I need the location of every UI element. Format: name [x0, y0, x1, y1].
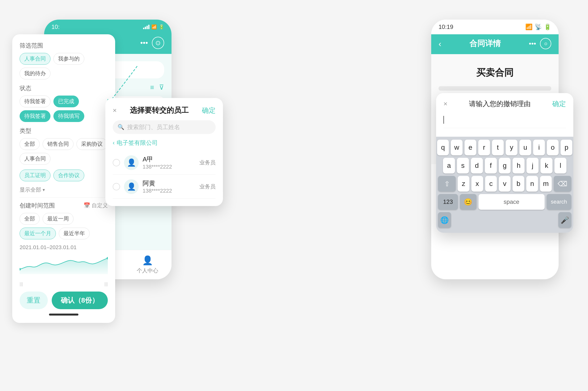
key-r[interactable]: r: [478, 140, 490, 155]
key-e[interactable]: e: [465, 140, 476, 155]
key-n[interactable]: n: [526, 176, 538, 192]
key-g[interactable]: g: [499, 158, 511, 174]
tag-my-pending[interactable]: 我的待办: [20, 68, 50, 79]
shift-key[interactable]: ⇧: [438, 176, 456, 192]
tag-personnel-contract[interactable]: 人事合同: [20, 53, 50, 65]
close-icon[interactable]: ×: [113, 106, 117, 114]
num-key[interactable]: 123: [438, 194, 458, 210]
key-m[interactable]: m: [540, 176, 552, 192]
employee-radio-2[interactable]: [113, 183, 120, 190]
keyboard-close-icon[interactable]: ×: [443, 100, 447, 108]
search-placeholder: 搜索部门、员工姓名: [127, 123, 180, 131]
key-i[interactable]: i: [533, 140, 545, 155]
keyboard-modal: × 请输入您的撤销理由 确定 q w e r t y u i o p a s d…: [436, 93, 573, 233]
status-label: 状态: [20, 84, 108, 92]
modal-transfer-search[interactable]: 🔍 搜索部门、员工姓名: [113, 120, 216, 134]
target-icon-2[interactable]: ⊙: [540, 38, 551, 49]
key-x[interactable]: x: [471, 176, 483, 192]
keyboard-confirm[interactable]: 确定: [552, 99, 566, 108]
tag-last-week[interactable]: 最近一周: [43, 213, 74, 225]
tag-last-month[interactable]: 最近一个月: [20, 228, 56, 239]
back-button[interactable]: ‹: [439, 39, 441, 49]
tag-participated[interactable]: 我参与的: [53, 53, 84, 65]
key-o[interactable]: o: [547, 140, 559, 155]
key-f[interactable]: f: [485, 158, 497, 174]
globe-key[interactable]: 🌐: [438, 212, 451, 228]
key-a[interactable]: a: [443, 158, 455, 174]
key-z[interactable]: z: [458, 176, 469, 192]
tag-all[interactable]: 全部: [20, 138, 40, 150]
keyboard-row-1: q w e r t y u i o p: [438, 140, 571, 155]
tag-date-all[interactable]: 全部: [20, 213, 40, 225]
tag-purchase[interactable]: 采购协议: [77, 138, 107, 150]
battery-icon-2: 🔋: [544, 23, 551, 30]
key-y[interactable]: y: [506, 140, 517, 155]
modal-transfer-header: × 选择要转交的员工 确定: [113, 105, 216, 115]
keyboard-bottom-row: 123 😊 space search: [438, 194, 571, 210]
emoji-key[interactable]: 😊: [460, 194, 477, 210]
key-c[interactable]: c: [485, 176, 497, 192]
backspace-key[interactable]: ⌫: [554, 176, 571, 192]
key-q[interactable]: q: [437, 140, 449, 155]
phone2-header: ‹ 合同详情 ••• ⊙: [431, 34, 559, 54]
phone1-header-actions: ••• ⊙: [140, 37, 164, 49]
employee-role-2: 业务员: [199, 183, 216, 190]
calendar-icon: 📅: [84, 202, 90, 209]
employee-avatar-2: 👤: [124, 179, 139, 194]
key-u[interactable]: u: [519, 140, 531, 155]
confirm-button[interactable]: 确认（8份）: [52, 292, 108, 309]
phone2-time: 10:19: [439, 23, 453, 30]
nav-item-profile[interactable]: 👤 个人中心: [137, 255, 158, 274]
tag-hr[interactable]: 人事合同: [20, 153, 50, 165]
type-tags: 全部 销售合同 采购协议 人事合同: [20, 138, 108, 165]
date-range-header: 创建时间范围 📅 自定义: [20, 202, 108, 209]
company-link[interactable]: ‹ 电子签有限公司: [113, 139, 216, 147]
more-icon[interactable]: •••: [140, 39, 148, 47]
employee-name-2: 阿黄: [143, 179, 196, 188]
more-icon-2[interactable]: •••: [529, 40, 536, 48]
mic-key[interactable]: 🎤: [558, 212, 571, 228]
show-all-label: 显示全部: [20, 186, 41, 194]
target-icon[interactable]: ⊙: [152, 37, 164, 49]
key-p[interactable]: p: [561, 140, 572, 155]
employee-item-2[interactable]: 👤 阿黄 138****2222 业务员: [113, 175, 216, 199]
space-key[interactable]: space: [479, 194, 545, 210]
phone2-status-bar: 10:19 📶 📡 🔋: [431, 20, 559, 34]
keyboard-title: 请输入您的撤销理由: [469, 99, 531, 108]
key-h[interactable]: h: [512, 158, 525, 174]
employee-item-1[interactable]: 👤 A甲 138****2222 业务员: [113, 151, 216, 175]
wifi-icon-2: 📡: [535, 23, 542, 30]
tag-employee-cert[interactable]: 员工证明: [20, 170, 50, 181]
spacer: [453, 212, 556, 228]
keyboard-row-3: ⇧ z x c v b n m ⌫: [438, 176, 571, 192]
tag-last-half-year[interactable]: 最近半年: [59, 228, 90, 239]
sort-icon[interactable]: ≡: [150, 84, 154, 91]
employee-role-1: 业务员: [199, 159, 216, 166]
profile-icon: 👤: [142, 255, 153, 266]
key-j[interactable]: j: [526, 158, 539, 174]
key-v[interactable]: v: [499, 176, 511, 192]
search-key[interactable]: search: [547, 194, 571, 210]
show-all-link[interactable]: 显示全部 ▾: [20, 186, 108, 194]
tag-waiting-fill[interactable]: 待我填写: [53, 110, 84, 122]
key-k[interactable]: k: [540, 158, 553, 174]
key-t[interactable]: t: [492, 140, 504, 155]
key-d[interactable]: d: [471, 158, 483, 174]
tag-completed[interactable]: 已完成: [53, 96, 79, 107]
filter-icon[interactable]: ⊽: [159, 83, 164, 91]
keyboard-input-area[interactable]: [443, 113, 566, 128]
key-b[interactable]: b: [512, 176, 524, 192]
phone2-title: 合同详情: [469, 38, 501, 49]
key-l[interactable]: l: [554, 158, 567, 174]
key-w[interactable]: w: [451, 140, 463, 155]
tag-pending-sign[interactable]: 待我签署: [20, 96, 50, 107]
custom-link[interactable]: 📅 自定义: [84, 202, 108, 209]
employee-radio-1[interactable]: [113, 159, 120, 166]
employee-info-1: A甲 138****2222: [143, 155, 196, 170]
modal-transfer-confirm[interactable]: 确定: [202, 106, 216, 115]
tag-cooperation[interactable]: 合作协议: [53, 170, 84, 181]
tag-sales[interactable]: 销售合同: [43, 138, 74, 150]
tag-waiting-sign[interactable]: 待我签署: [20, 110, 50, 122]
reset-button[interactable]: 重置: [20, 292, 48, 309]
key-s[interactable]: s: [457, 158, 469, 174]
